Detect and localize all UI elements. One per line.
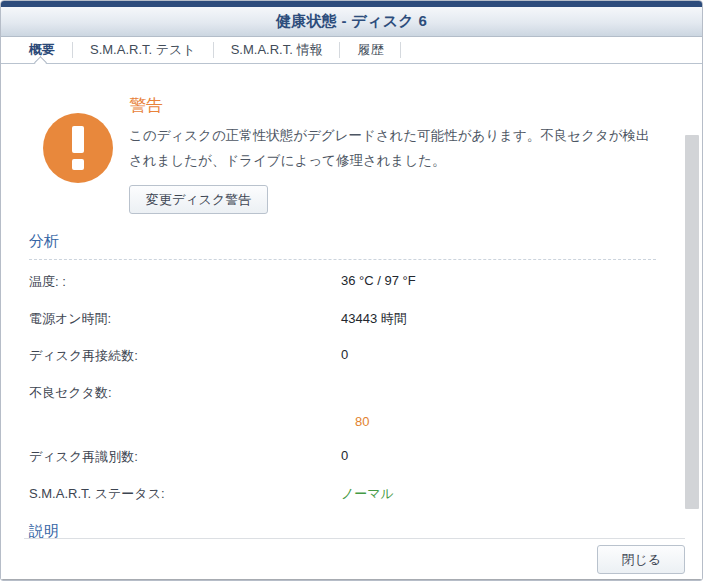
analysis-row-bad-sectors: 不良セクタ数: 80: [29, 384, 656, 429]
tab-history[interactable]: 履歴: [340, 42, 401, 58]
warning-block: 警告 このディスクの正常性状態がデグレードされた可能性があります。不良セクタが検…: [29, 94, 656, 214]
row-value: 43443 時間: [341, 310, 407, 328]
tab-smart-test[interactable]: S.M.A.R.T. テスト: [73, 42, 214, 58]
analysis-row-reidentify-count: ディスク再識別数: 0: [29, 448, 656, 466]
row-label: 不良セクタ数:: [29, 384, 341, 429]
row-label: ディスク再識別数:: [29, 448, 341, 466]
row-label: S.M.A.R.T. ステータス:: [29, 485, 341, 503]
analysis-heading: 分析: [29, 232, 656, 251]
warning-title: 警告: [129, 94, 656, 117]
row-value: 36 °C / 97 °F: [341, 273, 416, 291]
warning-body: 警告 このディスクの正常性状態がデグレードされた可能性があります。不良セクタが検…: [129, 94, 656, 214]
tab-overview[interactable]: 概要: [12, 42, 73, 58]
row-label: 温度: :: [29, 273, 341, 291]
warning-message: このディスクの正常性状態がデグレードされた可能性があります。不良セクタが検出され…: [129, 123, 656, 173]
exclamation-dot: [72, 159, 84, 170]
row-value: 0: [341, 347, 348, 365]
row-label: ディスク再接続数:: [29, 347, 341, 365]
dialog-title: 健康状態 - ディスク 6: [276, 12, 427, 31]
row-value-warning: 80: [341, 414, 369, 429]
disk-health-dialog: 健康状態 - ディスク 6 概要 S.M.A.R.T. テスト S.M.A.R.…: [0, 0, 703, 581]
analysis-row-smart-status: S.M.A.R.T. ステータス: ノーマル: [29, 485, 656, 503]
dialog-titlebar[interactable]: 健康状態 - ディスク 6: [1, 7, 702, 37]
analysis-row-reconnect-count: ディスク再接続数: 0: [29, 347, 656, 365]
row-label: 電源オン時間:: [29, 310, 341, 328]
vertical-scrollbar-thumb[interactable]: [685, 135, 699, 509]
row-value-ok: ノーマル: [341, 485, 394, 503]
analysis-row-power-on-hours: 電源オン時間: 43443 時間: [29, 310, 656, 328]
change-disk-warning-button[interactable]: 変更ディスク警告: [129, 185, 268, 214]
description-heading: 説明: [29, 522, 656, 538]
close-button[interactable]: 閉じる: [597, 545, 685, 574]
analysis-rows: 温度: : 36 °C / 97 °F 電源オン時間: 43443 時間 ディス…: [29, 273, 656, 503]
row-value: 0: [341, 448, 348, 466]
exclamation-circle-icon: [43, 113, 113, 183]
tab-bar: 概要 S.M.A.R.T. テスト S.M.A.R.T. 情報 履歴: [1, 37, 702, 63]
overview-panel: 警告 このディスクの正常性状態がデグレードされた可能性があります。不良セクタが検…: [1, 64, 702, 538]
dashed-divider: [29, 259, 656, 260]
analysis-row-temperature: 温度: : 36 °C / 97 °F: [29, 273, 656, 291]
analysis-section: 分析 温度: : 36 °C / 97 °F 電源オン時間: 43443 時間 …: [29, 232, 656, 503]
dialog-footer: 閉じる: [1, 539, 702, 579]
tab-smart-info[interactable]: S.M.A.R.T. 情報: [214, 42, 341, 58]
description-section: 説明 このディスクの正常性状態がデグレードされた可能性があります。不良セクタが検…: [29, 522, 656, 538]
exclamation-bar: [72, 126, 84, 153]
